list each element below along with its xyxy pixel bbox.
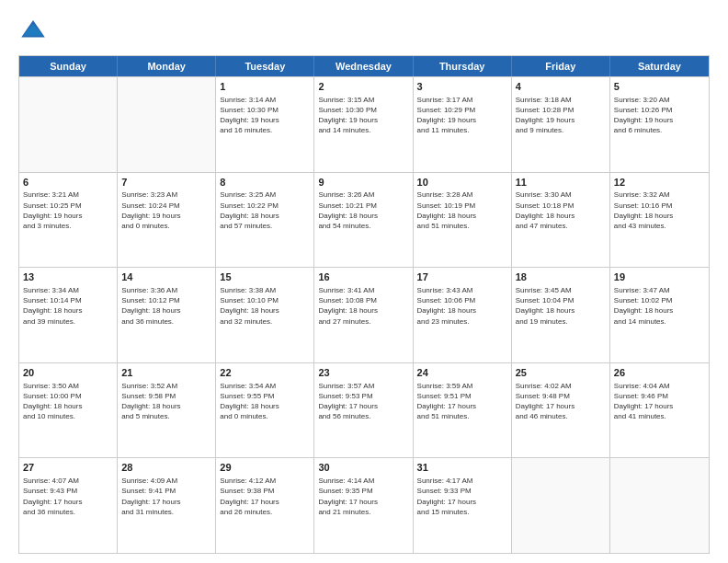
calendar-cell <box>610 458 709 553</box>
calendar-cell: 23Sunrise: 3:57 AM Sunset: 9:53 PM Dayli… <box>314 363 413 458</box>
day-number: 2 <box>318 80 408 94</box>
cell-detail: Sunrise: 3:57 AM Sunset: 9:53 PM Dayligh… <box>318 381 408 422</box>
header-day-friday: Friday <box>512 56 610 76</box>
day-number: 14 <box>121 270 211 284</box>
day-number: 21 <box>121 366 211 380</box>
day-number: 27 <box>23 461 113 475</box>
calendar-cell: 19Sunrise: 3:47 AM Sunset: 10:02 PM Dayl… <box>610 268 709 362</box>
cell-detail: Sunrise: 3:47 AM Sunset: 10:02 PM Daylig… <box>614 285 705 327</box>
day-number: 7 <box>121 176 211 190</box>
day-number: 19 <box>614 270 705 284</box>
day-number: 30 <box>318 461 408 475</box>
calendar-cell: 31Sunrise: 4:17 AM Sunset: 9:33 PM Dayli… <box>414 458 512 553</box>
day-number: 20 <box>23 366 113 380</box>
day-number: 13 <box>23 270 113 284</box>
header-day-saturday: Saturday <box>610 56 709 76</box>
page: SundayMondayTuesdayWednesdayThursdayFrid… <box>0 0 728 563</box>
cell-detail: Sunrise: 3:45 AM Sunset: 10:04 PM Daylig… <box>516 285 606 327</box>
cell-detail: Sunrise: 3:14 AM Sunset: 10:30 PM Daylig… <box>220 95 310 136</box>
cell-detail: Sunrise: 3:32 AM Sunset: 10:16 PM Daylig… <box>614 190 705 231</box>
svg-marker-1 <box>23 24 43 36</box>
day-number: 1 <box>220 80 310 94</box>
cell-detail: Sunrise: 3:59 AM Sunset: 9:51 PM Dayligh… <box>417 381 507 422</box>
cell-detail: Sunrise: 3:50 AM Sunset: 10:00 PM Daylig… <box>23 381 113 422</box>
cell-detail: Sunrise: 3:20 AM Sunset: 10:26 PM Daylig… <box>614 95 705 136</box>
calendar-cell: 5Sunrise: 3:20 AM Sunset: 10:26 PM Dayli… <box>610 77 709 172</box>
day-number: 3 <box>417 80 507 94</box>
cell-detail: Sunrise: 3:21 AM Sunset: 10:25 PM Daylig… <box>23 190 113 231</box>
calendar-cell <box>512 458 610 553</box>
day-number: 24 <box>417 366 507 380</box>
day-number: 25 <box>516 366 606 380</box>
day-number: 10 <box>417 176 507 190</box>
calendar-cell: 9Sunrise: 3:26 AM Sunset: 10:21 PM Dayli… <box>314 173 413 268</box>
calendar-row-2: 13Sunrise: 3:34 AM Sunset: 10:14 PM Dayl… <box>19 267 709 362</box>
calendar-cell: 14Sunrise: 3:36 AM Sunset: 10:12 PM Dayl… <box>118 268 216 362</box>
calendar-cell: 18Sunrise: 3:45 AM Sunset: 10:04 PM Dayl… <box>512 268 610 362</box>
calendar-header: SundayMondayTuesdayWednesdayThursdayFrid… <box>19 56 709 76</box>
cell-detail: Sunrise: 4:12 AM Sunset: 9:38 PM Dayligh… <box>220 476 310 517</box>
day-number: 16 <box>318 270 408 284</box>
calendar-cell: 3Sunrise: 3:17 AM Sunset: 10:29 PM Dayli… <box>414 77 512 172</box>
calendar-cell: 12Sunrise: 3:32 AM Sunset: 10:16 PM Dayl… <box>610 173 709 268</box>
calendar-cell: 6Sunrise: 3:21 AM Sunset: 10:25 PM Dayli… <box>19 173 118 268</box>
cell-detail: Sunrise: 3:28 AM Sunset: 10:19 PM Daylig… <box>417 190 507 231</box>
day-number: 31 <box>417 461 507 475</box>
calendar-cell: 15Sunrise: 3:38 AM Sunset: 10:10 PM Dayl… <box>216 268 314 362</box>
calendar-cell: 11Sunrise: 3:30 AM Sunset: 10:18 PM Dayl… <box>512 173 610 268</box>
cell-detail: Sunrise: 4:07 AM Sunset: 9:43 PM Dayligh… <box>23 476 113 517</box>
calendar-cell: 17Sunrise: 3:43 AM Sunset: 10:06 PM Dayl… <box>414 268 512 362</box>
cell-detail: Sunrise: 3:34 AM Sunset: 10:14 PM Daylig… <box>23 285 113 327</box>
cell-detail: Sunrise: 3:38 AM Sunset: 10:10 PM Daylig… <box>220 285 310 327</box>
calendar-cell: 22Sunrise: 3:54 AM Sunset: 9:55 PM Dayli… <box>216 363 314 458</box>
calendar-cell: 20Sunrise: 3:50 AM Sunset: 10:00 PM Dayl… <box>19 363 118 458</box>
day-number: 22 <box>220 366 310 380</box>
calendar-row-3: 20Sunrise: 3:50 AM Sunset: 10:00 PM Dayl… <box>19 362 709 458</box>
calendar-cell: 21Sunrise: 3:52 AM Sunset: 9:58 PM Dayli… <box>118 363 216 458</box>
logo-icon <box>18 17 48 46</box>
calendar-row-1: 6Sunrise: 3:21 AM Sunset: 10:25 PM Dayli… <box>19 172 709 268</box>
cell-detail: Sunrise: 3:41 AM Sunset: 10:08 PM Daylig… <box>318 285 408 327</box>
day-number: 17 <box>417 270 507 284</box>
logo <box>18 17 51 46</box>
cell-detail: Sunrise: 3:36 AM Sunset: 10:12 PM Daylig… <box>121 285 211 327</box>
calendar-cell <box>118 77 216 172</box>
cell-detail: Sunrise: 3:26 AM Sunset: 10:21 PM Daylig… <box>318 190 408 231</box>
header-day-tuesday: Tuesday <box>216 56 314 76</box>
calendar-row-4: 27Sunrise: 4:07 AM Sunset: 9:43 PM Dayli… <box>19 457 709 553</box>
day-number: 5 <box>614 80 705 94</box>
calendar-cell: 25Sunrise: 4:02 AM Sunset: 9:48 PM Dayli… <box>512 363 610 458</box>
day-number: 18 <box>516 270 606 284</box>
cell-detail: Sunrise: 4:14 AM Sunset: 9:35 PM Dayligh… <box>318 476 408 517</box>
day-number: 29 <box>220 461 310 475</box>
calendar-cell: 24Sunrise: 3:59 AM Sunset: 9:51 PM Dayli… <box>414 363 512 458</box>
cell-detail: Sunrise: 4:17 AM Sunset: 9:33 PM Dayligh… <box>417 476 507 517</box>
cell-detail: Sunrise: 3:52 AM Sunset: 9:58 PM Dayligh… <box>121 381 211 422</box>
day-number: 11 <box>516 176 606 190</box>
calendar-cell: 8Sunrise: 3:25 AM Sunset: 10:22 PM Dayli… <box>216 173 314 268</box>
day-number: 4 <box>516 80 606 94</box>
calendar-cell: 1Sunrise: 3:14 AM Sunset: 10:30 PM Dayli… <box>216 77 314 172</box>
calendar-cell: 29Sunrise: 4:12 AM Sunset: 9:38 PM Dayli… <box>216 458 314 553</box>
cell-detail: Sunrise: 4:02 AM Sunset: 9:48 PM Dayligh… <box>516 381 606 422</box>
day-number: 23 <box>318 366 408 380</box>
header-day-wednesday: Wednesday <box>314 56 413 76</box>
day-number: 9 <box>318 176 408 190</box>
day-number: 6 <box>23 176 113 190</box>
calendar-cell: 7Sunrise: 3:23 AM Sunset: 10:24 PM Dayli… <box>118 173 216 268</box>
calendar-cell: 28Sunrise: 4:09 AM Sunset: 9:41 PM Dayli… <box>118 458 216 553</box>
header-day-thursday: Thursday <box>414 56 512 76</box>
cell-detail: Sunrise: 3:23 AM Sunset: 10:24 PM Daylig… <box>121 190 211 231</box>
cell-detail: Sunrise: 3:18 AM Sunset: 10:28 PM Daylig… <box>516 95 606 136</box>
cell-detail: Sunrise: 4:04 AM Sunset: 9:46 PM Dayligh… <box>614 381 705 422</box>
cell-detail: Sunrise: 3:25 AM Sunset: 10:22 PM Daylig… <box>220 190 310 231</box>
calendar-cell: 13Sunrise: 3:34 AM Sunset: 10:14 PM Dayl… <box>19 268 118 362</box>
calendar-cell <box>19 77 118 172</box>
calendar-cell: 16Sunrise: 3:41 AM Sunset: 10:08 PM Dayl… <box>314 268 413 362</box>
cell-detail: Sunrise: 3:43 AM Sunset: 10:06 PM Daylig… <box>417 285 507 327</box>
calendar-cell: 4Sunrise: 3:18 AM Sunset: 10:28 PM Dayli… <box>512 77 610 172</box>
header-day-sunday: Sunday <box>19 56 118 76</box>
day-number: 8 <box>220 176 310 190</box>
cell-detail: Sunrise: 3:15 AM Sunset: 10:30 PM Daylig… <box>318 95 408 136</box>
header-day-monday: Monday <box>118 56 216 76</box>
